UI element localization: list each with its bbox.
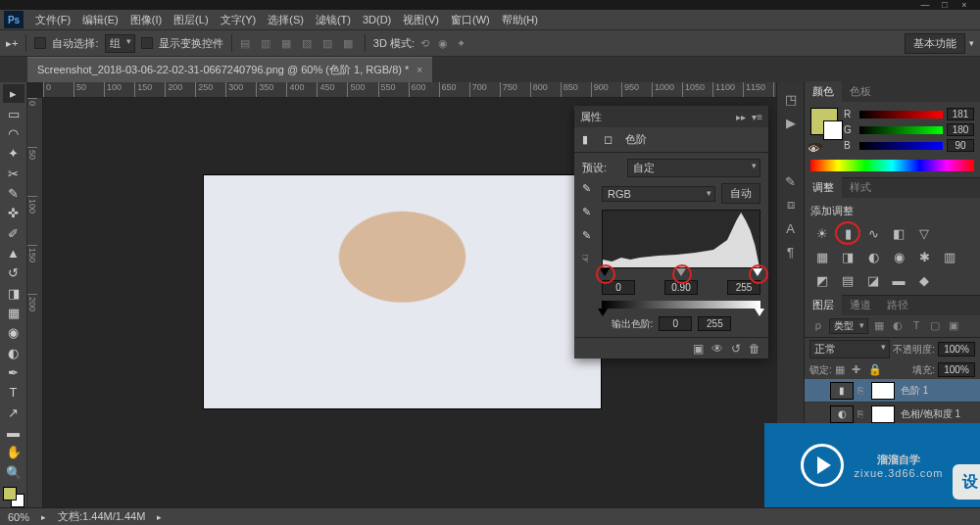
menu-help[interactable]: 帮助(H) (496, 11, 544, 29)
posterize-icon[interactable]: ▤ (838, 271, 858, 289)
mode3d-icons[interactable]: ⟲ ◉ ✦ (420, 37, 468, 50)
menu-3d[interactable]: 3D(D) (357, 12, 397, 27)
fill-input[interactable]: 100% (938, 362, 975, 377)
hand-icon[interactable]: ☟ (582, 253, 596, 266)
lock-all-icon[interactable]: 🔒 (868, 363, 882, 376)
menu-file[interactable]: 文件(F) (29, 11, 76, 29)
selective-color-icon[interactable]: ◆ (914, 271, 934, 289)
layer-name[interactable]: 色相/饱和度 1 (901, 407, 960, 421)
tab-layers[interactable]: 图层 (805, 295, 842, 315)
document-tab[interactable]: Screenshot_2018-03-06-22-02-31-066724079… (27, 57, 432, 82)
color-swatch[interactable] (3, 487, 24, 507)
collapse-icon[interactable]: ▸▸ (736, 112, 746, 122)
blend-mode-select[interactable]: 正常 (809, 340, 890, 358)
character-panel-icon[interactable]: A (782, 219, 800, 237)
document-canvas[interactable] (204, 175, 601, 408)
tab-paths[interactable]: 路径 (879, 295, 916, 315)
delete-icon[interactable]: 🗑 (749, 342, 760, 356)
zoom-level[interactable]: 60% (8, 511, 29, 523)
filter-kind-select[interactable]: ρ (810, 318, 826, 332)
b-value[interactable]: 90 (947, 139, 974, 152)
r-value[interactable]: 181 (947, 108, 974, 120)
close-button[interactable]: × (955, 0, 974, 10)
opacity-input[interactable]: 100% (938, 342, 975, 357)
curves-icon[interactable]: ∿ (863, 224, 883, 242)
history-brush-tool[interactable]: ↺ (3, 263, 24, 282)
layer-kind-select[interactable]: 类型 (829, 318, 868, 334)
filter-shape-icon[interactable]: ▢ (927, 318, 943, 332)
gradient-tool[interactable]: ▦ (3, 304, 24, 322)
brightness-icon[interactable]: ☀ (812, 224, 832, 242)
r-slider[interactable] (859, 111, 943, 119)
minimize-button[interactable]: — (915, 0, 935, 10)
layer-mask[interactable] (871, 406, 895, 423)
output-white[interactable]: 255 (698, 316, 731, 331)
filter-type-icon[interactable]: T (908, 318, 924, 332)
g-slider[interactable] (859, 126, 943, 134)
input-sliders[interactable] (602, 268, 760, 278)
eyedropper-gray-icon[interactable]: ✎ (582, 206, 596, 219)
menu-filter[interactable]: 滤镜(T) (310, 11, 357, 29)
zoom-tool[interactable]: 🔍 (3, 463, 24, 482)
hand-tool[interactable]: ✋ (3, 443, 24, 461)
auto-select-checkbox[interactable] (34, 37, 46, 49)
paragraph-panel-icon[interactable]: ¶ (782, 243, 800, 261)
midtone-handle[interactable] (676, 268, 686, 276)
close-tab-icon[interactable]: × (416, 65, 422, 75)
healing-tool[interactable]: ✜ (3, 204, 24, 222)
brush-panel-icon[interactable]: ✎ (782, 172, 800, 190)
photo-filter-icon[interactable]: ◉ (889, 248, 908, 265)
crop-tool[interactable]: ✂ (3, 164, 24, 182)
auto-button[interactable]: 自动 (721, 183, 760, 204)
output-black[interactable]: 0 (659, 316, 692, 331)
white-point-handle[interactable] (753, 268, 762, 276)
layer-thumb[interactable]: ▮ (830, 382, 854, 400)
preset-select[interactable]: 自定 (627, 159, 760, 177)
brush-presets-icon[interactable]: ⧈ (782, 196, 800, 214)
tab-styles[interactable]: 样式 (842, 177, 879, 198)
lock-pixels-icon[interactable]: ▦ (835, 363, 849, 376)
menu-view[interactable]: 视图(V) (397, 11, 445, 29)
invert-icon[interactable]: ◩ (812, 271, 832, 289)
brush-tool[interactable]: ✐ (3, 223, 24, 242)
bw-icon[interactable]: ◐ (863, 248, 883, 265)
layer-name[interactable]: 色阶 1 (901, 384, 928, 398)
status-arrow[interactable]: ▸ (41, 512, 46, 522)
status-menu-arrow[interactable]: ▸ (157, 512, 162, 522)
eyedropper-white-icon[interactable]: ✎ (582, 229, 596, 243)
vibrance-icon[interactable]: ▽ (914, 224, 934, 242)
output-black-handle[interactable] (598, 309, 608, 316)
black-point-handle[interactable] (600, 268, 610, 276)
layer-thumb[interactable]: ◐ (830, 406, 854, 423)
wand-tool[interactable]: ✦ (3, 144, 24, 163)
g-value[interactable]: 180 (947, 123, 974, 136)
path-tool[interactable]: ↗ (3, 404, 24, 422)
pen-tool[interactable]: ✒ (3, 363, 24, 382)
filter-smart-icon[interactable]: ▣ (946, 318, 961, 332)
threshold-icon[interactable]: ◪ (863, 271, 883, 289)
hue-icon[interactable]: ▦ (812, 248, 832, 265)
lasso-tool[interactable]: ◠ (3, 124, 24, 143)
properties-header[interactable]: 属性 ▸▸ ▾≡ (574, 106, 768, 127)
levels-icon[interactable]: ▮ (838, 224, 858, 242)
menu-window[interactable]: 窗口(W) (445, 11, 496, 29)
output-white-handle[interactable] (755, 309, 764, 316)
eyedropper-black-icon[interactable]: ✎ (582, 182, 596, 196)
output-gradient[interactable] (602, 301, 760, 309)
maximize-button[interactable]: □ (935, 0, 955, 10)
filter-adjust-icon[interactable]: ◐ (890, 318, 906, 332)
tab-adjustments[interactable]: 调整 (805, 177, 842, 198)
auto-select-mode-select[interactable]: 组 (105, 34, 135, 53)
b-slider[interactable] (859, 142, 943, 150)
filter-pixel-icon[interactable]: ▦ (871, 318, 887, 332)
spectrum-bar[interactable] (810, 160, 974, 171)
marquee-tool[interactable]: ▭ (3, 104, 24, 122)
tab-channels[interactable]: 通道 (842, 295, 879, 315)
menu-image[interactable]: 图像(I) (124, 11, 168, 29)
blur-tool[interactable]: ◉ (3, 323, 24, 342)
eraser-tool[interactable]: ◨ (3, 283, 24, 302)
clip-icon[interactable]: ▣ (693, 342, 704, 356)
colorbalance-icon[interactable]: ◨ (838, 248, 858, 265)
lock-position-icon[interactable]: ✚ (852, 363, 865, 376)
type-tool[interactable]: T (3, 383, 24, 402)
